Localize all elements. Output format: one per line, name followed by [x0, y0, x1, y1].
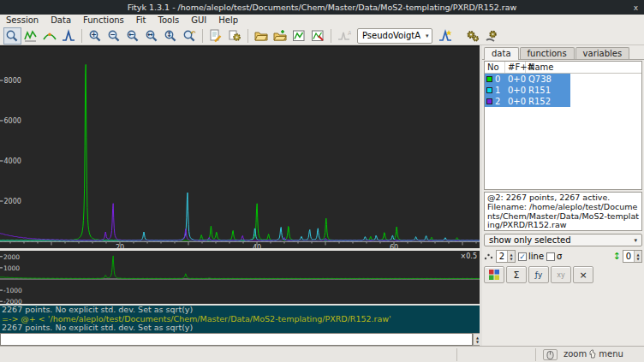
tab-data[interactable]: data — [484, 47, 519, 60]
svg-text:2000: 2000 — [3, 253, 20, 261]
add-peak-mode-button[interactable] — [60, 27, 78, 45]
zoom-out-icon: − — [107, 29, 121, 43]
filter-dropdown[interactable]: show only selected ▾ — [484, 234, 642, 246]
function-type-combo[interactable]: PseudoVoigtA▾ — [357, 28, 432, 44]
main-plot[interactable]: 2000400060008000204060 — [0, 47, 480, 248]
auto-add-button[interactable]: A — [336, 27, 354, 45]
spinner-arrows-icon[interactable]: ▲▼ — [507, 251, 515, 262]
colors-button[interactable] — [484, 266, 504, 283]
spinner-arrows-icon[interactable]: ▲▼ — [634, 251, 641, 262]
cell-ff: 0+0 — [505, 85, 526, 96]
menu-gui[interactable]: GUI — [185, 15, 212, 27]
save-image-icon — [292, 29, 306, 43]
zoom-horizontal-button[interactable]: ↔ — [143, 27, 161, 45]
menu-tools[interactable]: Tools — [152, 15, 186, 27]
aux-plot-canvas[interactable]: 20001000-1000-2000×0.5 — [0, 251, 480, 304]
cell-name: R152 — [526, 96, 570, 107]
delete-button[interactable]: × — [573, 266, 593, 283]
titlebar[interactable]: Fityk 1.3.1 - /home/aleplo/test/Document… — [0, 0, 644, 15]
spin-down-icon[interactable]: ▼ — [476, 340, 479, 344]
dataset-color-swatch — [486, 87, 492, 93]
cell-no: 2 — [485, 96, 505, 107]
zoom-vertical-icon: ↕ — [164, 29, 177, 43]
svg-text:6000: 6000 — [4, 117, 21, 125]
data-list[interactable]: No #F+# Name 00+0Q73810+0R15120+0R152 — [484, 61, 642, 190]
sigma-label: σ — [557, 252, 562, 261]
column-name: Name — [526, 62, 641, 73]
zoom-all-icon: ↶ — [182, 29, 196, 43]
zoom-in-button[interactable]: + — [86, 27, 104, 45]
cell-name: Q738 — [526, 74, 570, 85]
close-icon[interactable]: x — [630, 2, 641, 13]
statusbar-separator — [456, 348, 457, 361]
zoom-mode-icon — [5, 29, 19, 43]
data-info-box: @2: 2267 points, 2267 active. Filename: … — [484, 192, 642, 231]
edit-script-button[interactable] — [207, 27, 225, 45]
svg-text:1000: 1000 — [3, 264, 20, 272]
aux-residual-line — [0, 256, 480, 279]
edit-script-icon — [209, 29, 223, 43]
command-input-row: ▲ ▼ — [0, 333, 482, 346]
load-data-custom-button[interactable] — [271, 27, 289, 45]
sigma-checkbox[interactable]: σ — [546, 252, 562, 261]
zoom-all-button[interactable]: ↶ — [181, 27, 199, 45]
svg-text:A: A — [348, 30, 351, 37]
zoom-vertical-button[interactable]: ↕ — [162, 27, 180, 45]
fit-settings-button[interactable] — [482, 27, 500, 45]
point-size-spinner[interactable]: 2 ▲▼ — [496, 250, 516, 263]
aux-scale-label: ×0.5 — [461, 252, 477, 260]
execute-script-button[interactable] — [226, 27, 244, 45]
table-row[interactable]: 10+0R151 — [485, 85, 570, 96]
sum-button[interactable]: Σ — [506, 266, 527, 283]
aux-plot[interactable]: 20001000-1000-2000×0.5 — [0, 251, 480, 304]
zoom-mode-button[interactable] — [3, 27, 21, 45]
delete-icon: × — [579, 270, 587, 281]
table-row[interactable]: 20+0R152 — [485, 96, 570, 107]
window-title: Fityk 1.3.1 - /home/aleplo/test/Document… — [128, 3, 517, 12]
fit-run-button[interactable] — [463, 27, 481, 45]
mouse-hint-button[interactable] — [543, 349, 558, 360]
column-no: No — [485, 62, 505, 73]
menu-functions[interactable]: Functions — [77, 15, 130, 27]
svg-text:−: − — [110, 31, 116, 39]
filter-value: show only selected — [489, 235, 571, 245]
menu-data[interactable]: Data — [45, 15, 77, 27]
toolbar-separator — [247, 29, 248, 43]
svg-text:4000: 4000 — [4, 157, 21, 165]
statusbar: zoom menu — [0, 346, 644, 362]
auto-add-icon: A — [337, 29, 351, 43]
command-input[interactable] — [0, 333, 473, 346]
load-data-button[interactable] — [253, 27, 271, 45]
checkbox-unchecked-icon[interactable] — [546, 252, 555, 261]
data-list-rows: 00+0Q73810+0R15120+0R152 — [485, 74, 641, 107]
zoom-out-button[interactable]: − — [105, 27, 123, 45]
table-row[interactable]: 00+0Q738 — [485, 74, 570, 85]
baseline-mode-button[interactable] — [41, 27, 59, 45]
output-console[interactable]: 2267 points. No explicit std. dev. Set a… — [0, 306, 480, 333]
edit-data-button[interactable]: xy — [551, 266, 571, 283]
add-function-icon — [438, 29, 452, 43]
save-session-button[interactable] — [309, 27, 327, 45]
cell-ff: 0+0 — [505, 96, 526, 107]
tab-functions[interactable]: functions — [520, 47, 575, 59]
load-data-custom-icon — [273, 29, 287, 43]
range-mode-button[interactable] — [22, 27, 40, 45]
menu-fit[interactable]: Fit — [130, 15, 152, 27]
console-line-output: 2267 points. No explicit std. dev. Set a… — [2, 323, 478, 333]
tab-variables[interactable]: variables — [575, 47, 630, 59]
menu-help[interactable]: Help — [212, 15, 244, 27]
rename-button[interactable]: ƒy — [528, 266, 549, 283]
line-checkbox[interactable]: ✓ line — [518, 252, 544, 261]
save-image-button[interactable] — [290, 27, 308, 45]
shift-spinner[interactable]: 0 ▲▼ — [623, 250, 642, 263]
fit-settings-icon — [485, 29, 498, 43]
main-plot-canvas[interactable]: 2000400060008000204060 — [0, 47, 480, 248]
svg-text:8000: 8000 — [4, 77, 21, 85]
zoom-prev-button[interactable]: ← — [124, 27, 142, 45]
series-R151 — [0, 193, 480, 240]
range-mode-icon — [24, 29, 38, 43]
checkbox-checked-icon[interactable]: ✓ — [518, 252, 527, 261]
menu-session[interactable]: Session — [0, 15, 45, 27]
add-function-button[interactable] — [436, 27, 454, 45]
statusbar-separator — [535, 348, 536, 361]
